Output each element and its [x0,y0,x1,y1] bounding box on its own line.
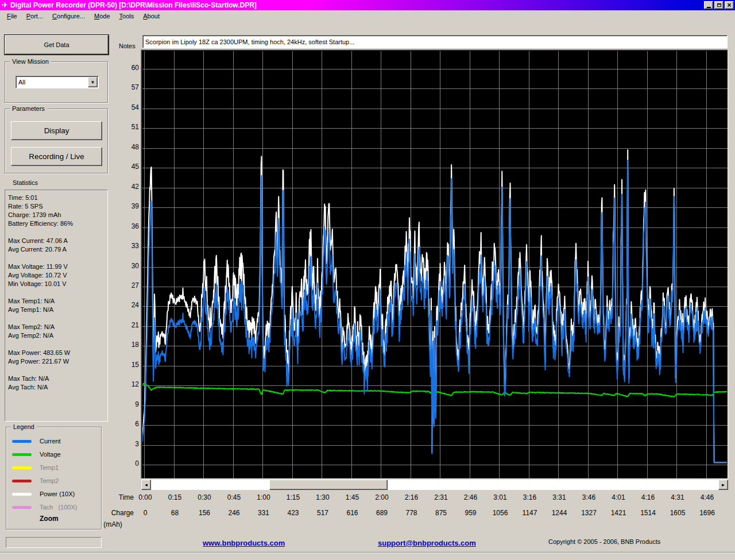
menu-item-port[interactable]: Port... [22,11,48,21]
charge-tick-label: 331 [250,509,277,517]
legend-item-temp1: Temp1 [10,462,59,473]
time-tick-label: 0:45 [220,493,248,501]
minimize-icon [707,7,711,8]
y-tick-label: 0 [121,459,139,468]
time-tick-label: 4:01 [605,493,632,501]
chart-canvas[interactable] [142,51,728,478]
power-swatch-icon [12,493,32,496]
time-tick-label: 2:16 [398,493,425,501]
mission-select[interactable]: All ▼ [16,76,99,88]
y-tick-label: 6 [121,420,139,428]
time-tick-label: 3:01 [486,493,514,501]
legend-item-tach: Tach (100X) [10,501,77,513]
y-tick-label: 36 [121,222,139,230]
time-axis-caption: Time [92,493,134,501]
statistics-line: Time: 5:01 [8,194,107,202]
legend-item-current: Current [10,435,61,447]
view-mission-group: View Mission All ▼ [5,61,108,103]
time-tick-label: 3:16 [516,493,544,501]
legend-zoom-label: Zoom [40,515,59,523]
get-data-button[interactable]: Get Data [5,35,109,55]
chevron-down-icon[interactable]: ▼ [88,77,98,87]
statistics-line: Avg Voltage: 10.72 V [8,271,107,280]
statistics-line: Rate: 5 SPS [8,202,107,211]
time-tick-label: 1:30 [309,493,336,501]
statistics-line [8,314,107,323]
display-button[interactable]: Display [11,121,102,140]
copyright-text: Copyright © 2005 - 2006, BNB Products [548,538,660,545]
chart-hscrollbar[interactable]: ◄ ► [141,480,728,490]
charge-tick-label: 959 [457,509,485,517]
charge-tick-label: 1514 [635,509,662,517]
restore-icon [717,3,721,7]
time-tick-label: 1:00 [250,493,277,501]
close-button[interactable]: × [725,1,734,9]
legend-item-power: Power (10X) [10,488,75,500]
menu-item-mode[interactable]: Mode [90,11,115,21]
y-tick-label: 12 [121,380,139,388]
statistics-line: Charge: 1739 mAh [8,211,107,219]
menu-item-file[interactable]: File [2,11,22,21]
temp1-swatch-icon [12,466,32,469]
statistics-line: Max Current: 47.06 A [8,237,107,245]
charge-tick-label: 778 [398,509,425,517]
support-email-link[interactable]: support@bnbproducts.com [378,539,476,547]
charge-tick-label: 1056 [486,509,514,517]
charge-tick-label: 1327 [575,509,603,517]
minimize-button[interactable] [704,1,713,9]
statistics-line: Avg Temp2: N/A [8,331,107,340]
charge-tick-label: 1421 [605,509,632,517]
y-tick-label: 9 [121,400,139,408]
y-tick-label: 27 [121,281,139,289]
time-tick-label: 2:46 [457,493,485,501]
statistics-line [8,254,107,262]
website-link[interactable]: www.bnbproducts.com [203,539,285,547]
restore-button[interactable] [714,1,724,9]
notes-input[interactable] [142,35,728,48]
y-tick-label: 48 [121,143,139,151]
temp2-swatch-icon [12,480,32,482]
statistics-line [8,340,107,349]
menu-item-configure[interactable]: Configure... [48,11,90,21]
charge-tick-label: 616 [339,509,366,517]
charge-tick-label: 68 [161,509,189,517]
time-tick-label: 4:16 [635,493,662,501]
time-tick-row: 0:000:150:300:451:001:151:301:452:002:16… [142,493,728,503]
statistics-line: Avg Tach: N/A [8,383,107,392]
time-tick-label: 0:30 [191,493,218,501]
statistics-line [8,228,107,237]
charge-tick-label: 1244 [546,509,573,517]
y-tick-label: 30 [121,262,139,270]
y-tick-label: 60 [121,64,139,72]
menu-item-about[interactable]: About [138,11,164,21]
charge-tick-label: 246 [220,509,248,517]
legend-group: Legend CurrentVoltageTemp1Temp2Power (10… [6,427,102,530]
legend-label: Legend [11,423,37,430]
time-tick-label: 1:15 [280,493,307,501]
time-tick-label: 4:46 [694,493,721,501]
recording-live-button[interactable]: Recording / Live [11,147,102,166]
statistics-line: Max Temp1: N/A [8,297,107,306]
charge-tick-label: 517 [309,509,336,517]
mission-select-value: All [16,79,87,86]
close-icon: × [727,2,731,8]
scrollbar-thumb[interactable] [269,480,388,490]
statistics-line: Battery Efficiency: 86% [8,219,107,228]
scroll-left-icon[interactable]: ◄ [141,480,151,490]
app-plane-icon: ✈ [2,0,8,10]
scroll-right-icon[interactable]: ► [718,480,728,490]
y-tick-label: 51 [121,123,139,131]
charge-tick-label: 1147 [516,509,544,517]
legend-item-label: Temp2 [40,477,59,484]
parameters-group: Parameters Display Recording / Live [5,109,108,173]
voltage-swatch-icon [12,453,32,456]
legend-item-label: Tach (100X) [40,504,77,511]
legend-item-label: Power (10X) [40,491,75,497]
statistics-line [8,366,107,374]
chart-area[interactable] [141,49,728,479]
statistics-line: Max Power: 483.65 W [8,349,107,357]
statistics-line: Avg Power: 221.67 W [8,357,107,366]
y-tick-label: 42 [121,183,139,191]
legend-item-voltage: Voltage [10,449,61,460]
time-tick-label: 0:00 [131,493,159,501]
